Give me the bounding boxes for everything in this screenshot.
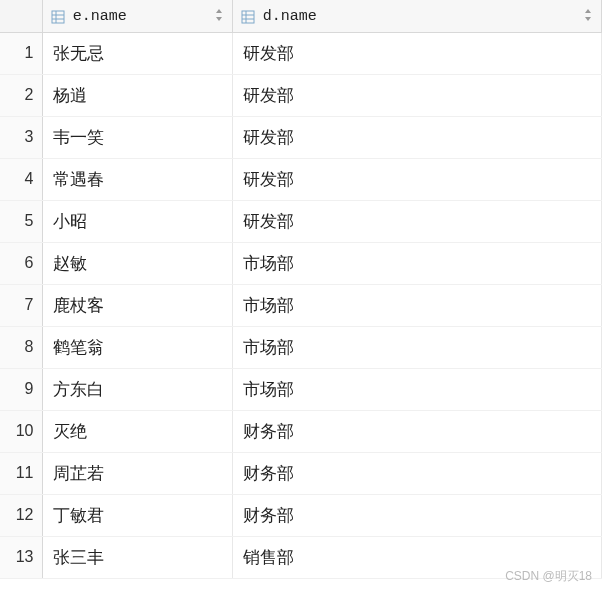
column-label: d.name — [263, 8, 317, 25]
cell-d-name[interactable]: 市场部 — [232, 326, 602, 368]
cell-e-name[interactable]: 周芷若 — [42, 452, 232, 494]
result-table-container: e.name — [0, 0, 602, 579]
row-number: 13 — [0, 536, 42, 578]
cell-d-name[interactable]: 市场部 — [232, 368, 602, 410]
sort-icon[interactable] — [214, 8, 224, 24]
cell-d-name[interactable]: 研发部 — [232, 200, 602, 242]
row-number: 8 — [0, 326, 42, 368]
column-header-d-name[interactable]: d.name — [232, 0, 602, 32]
cell-d-name[interactable]: 研发部 — [232, 74, 602, 116]
cell-d-name[interactable]: 市场部 — [232, 242, 602, 284]
sort-icon[interactable] — [583, 8, 593, 24]
cell-e-name[interactable]: 灭绝 — [42, 410, 232, 452]
cell-d-name[interactable]: 财务部 — [232, 452, 602, 494]
cell-d-name[interactable]: 研发部 — [232, 158, 602, 200]
svg-rect-0 — [52, 11, 64, 23]
cell-d-name[interactable]: 研发部 — [232, 32, 602, 74]
cell-e-name[interactable]: 韦一笑 — [42, 116, 232, 158]
cell-e-name[interactable]: 丁敏君 — [42, 494, 232, 536]
row-number: 12 — [0, 494, 42, 536]
cell-e-name[interactable]: 张三丰 — [42, 536, 232, 578]
table-row[interactable]: 2杨逍研发部 — [0, 74, 602, 116]
table-row[interactable]: 3韦一笑研发部 — [0, 116, 602, 158]
rownum-header — [0, 0, 42, 32]
row-number: 2 — [0, 74, 42, 116]
table-row[interactable]: 12丁敏君财务部 — [0, 494, 602, 536]
cell-e-name[interactable]: 杨逍 — [42, 74, 232, 116]
cell-e-name[interactable]: 鹿杖客 — [42, 284, 232, 326]
table-row[interactable]: 1张无忌研发部 — [0, 32, 602, 74]
table-column-icon — [51, 10, 65, 24]
row-number: 1 — [0, 32, 42, 74]
column-label: e.name — [73, 8, 127, 25]
table-row[interactable]: 5小昭研发部 — [0, 200, 602, 242]
cell-e-name[interactable]: 方东白 — [42, 368, 232, 410]
row-number: 9 — [0, 368, 42, 410]
result-table: e.name — [0, 0, 602, 579]
cell-e-name[interactable]: 鹤笔翁 — [42, 326, 232, 368]
row-number: 7 — [0, 284, 42, 326]
cell-e-name[interactable]: 常遇春 — [42, 158, 232, 200]
table-row[interactable]: 9方东白市场部 — [0, 368, 602, 410]
row-number: 10 — [0, 410, 42, 452]
table-row[interactable]: 7鹿杖客市场部 — [0, 284, 602, 326]
column-header-e-name[interactable]: e.name — [42, 0, 232, 32]
cell-d-name[interactable]: 研发部 — [232, 116, 602, 158]
table-row[interactable]: 4常遇春研发部 — [0, 158, 602, 200]
row-number: 6 — [0, 242, 42, 284]
table-body: 1张无忌研发部2杨逍研发部3韦一笑研发部4常遇春研发部5小昭研发部6赵敏市场部7… — [0, 32, 602, 578]
watermark: CSDN @明灭18 — [505, 568, 592, 585]
table-column-icon — [241, 10, 255, 24]
table-row[interactable]: 6赵敏市场部 — [0, 242, 602, 284]
cell-e-name[interactable]: 赵敏 — [42, 242, 232, 284]
cell-d-name[interactable]: 财务部 — [232, 410, 602, 452]
cell-d-name[interactable]: 财务部 — [232, 494, 602, 536]
row-number: 11 — [0, 452, 42, 494]
row-number: 4 — [0, 158, 42, 200]
cell-d-name[interactable]: 市场部 — [232, 284, 602, 326]
cell-e-name[interactable]: 小昭 — [42, 200, 232, 242]
cell-e-name[interactable]: 张无忌 — [42, 32, 232, 74]
svg-rect-4 — [242, 11, 254, 23]
row-number: 3 — [0, 116, 42, 158]
header-row: e.name — [0, 0, 602, 32]
row-number: 5 — [0, 200, 42, 242]
table-row[interactable]: 10灭绝财务部 — [0, 410, 602, 452]
table-row[interactable]: 11周芷若财务部 — [0, 452, 602, 494]
table-row[interactable]: 8鹤笔翁市场部 — [0, 326, 602, 368]
